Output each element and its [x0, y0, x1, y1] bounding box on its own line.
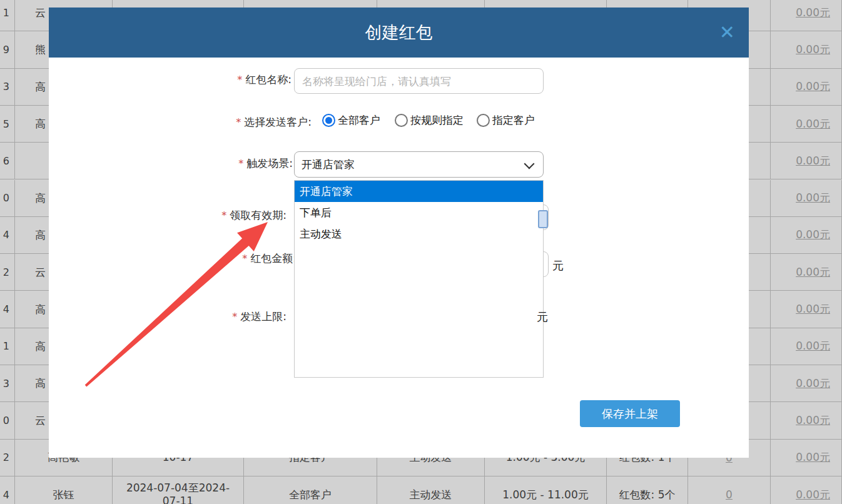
send-customer-radio-group: 全部客户按规则指定指定客户 [322, 113, 535, 128]
trigger-type-cell: 主动发送 [377, 476, 485, 504]
trigger-scene-dropdown-panel: 开通店管家下单后主动发送 [294, 180, 544, 378]
redpacket-name-input[interactable] [294, 68, 544, 94]
customer-name-cell: 张钰 [15, 476, 113, 504]
total-amount-link[interactable]: 0.00元 [771, 440, 842, 476]
field-label-name: *红包名称: [49, 73, 292, 87]
send-customer-radio-label[interactable]: 全部客户 [338, 113, 380, 128]
total-amount-link[interactable]: 0.00元 [771, 69, 842, 105]
row-id-cell: 5 [0, 106, 15, 142]
row-id-cell: 6 [0, 143, 15, 179]
total-amount-link[interactable]: 0.00元 [771, 365, 842, 401]
total-amount-link[interactable]: 0.00元 [771, 31, 842, 68]
required-asterisk: * [236, 116, 241, 128]
row-id-cell: 4 [0, 476, 15, 504]
field-label-amount: *红包金额: [49, 251, 297, 266]
amount-range-cell: 1.00元 - 11.00元 [485, 476, 607, 504]
row-id-cell: 3 [0, 365, 15, 401]
total-amount-link[interactable]: 0.00元 [771, 0, 842, 31]
total-amount-link[interactable]: 0.00元 [771, 143, 842, 179]
dropdown-option[interactable]: 开通店管家 [295, 181, 543, 202]
required-asterisk: * [242, 253, 247, 265]
send-customer-cell: 全部客户 [244, 476, 377, 504]
modal-title: 创建红包 [49, 8, 749, 58]
trigger-scene-select[interactable]: 开通店管家 [294, 151, 544, 178]
total-amount-link[interactable]: 0.00元 [771, 476, 842, 504]
dropdown-option[interactable]: 主动发送 [295, 223, 543, 244]
close-icon[interactable]: ✕ [719, 21, 735, 44]
row-id-cell: 9 [0, 31, 15, 68]
row-id-cell: 0 [0, 180, 15, 216]
row-id-cell: 1 [0, 0, 15, 31]
required-asterisk: * [232, 311, 237, 323]
row-id-cell: 1 [0, 328, 15, 365]
table-row: 4张钰2024-07-04至2024-07-11全部客户主动发送1.00元 - … [0, 476, 842, 504]
date-range-cell: 2024-07-04至2024-07-11 [113, 476, 244, 504]
field-label-validity: *领取有效期: [49, 208, 287, 223]
received-count-link[interactable]: 0 [688, 476, 771, 504]
send-customer-radio-label[interactable]: 按规则指定 [410, 113, 464, 128]
total-amount-link[interactable]: 0.00元 [771, 291, 842, 327]
required-asterisk: * [238, 158, 243, 169]
row-id-cell: 2 [0, 254, 15, 290]
field-label-trigger: *触发场景: [49, 156, 293, 171]
field-label-limit: *发送上限: [49, 310, 287, 324]
amount-unit-suffix: 元 [552, 258, 564, 273]
row-id-cell: 4 [0, 217, 15, 253]
dropdown-option[interactable]: 下单后 [295, 202, 543, 223]
total-amount-link[interactable]: 0.00元 [771, 106, 842, 142]
row-id-cell: 3 [0, 69, 15, 105]
required-asterisk: * [221, 209, 226, 221]
total-amount-link[interactable]: 0.00元 [771, 217, 842, 253]
row-id-cell: 2 [0, 440, 15, 476]
modal-header: 创建红包 ✕ [49, 8, 749, 58]
total-amount-link[interactable]: 0.00元 [771, 180, 842, 216]
limit-unit-suffix: 元 [537, 310, 548, 325]
trigger-scene-selected-value: 开通店管家 [295, 152, 543, 177]
field-label-customer: *选择发送客户: [49, 115, 312, 129]
send-customer-radio-2[interactable] [477, 114, 490, 127]
total-amount-link[interactable]: 0.00元 [771, 402, 842, 438]
send-customer-radio-1[interactable] [395, 114, 408, 127]
send-customer-radio-label[interactable]: 指定客户 [492, 113, 535, 128]
create-redpacket-modal: 创建红包 ✕ *红包名称: *选择发送客户: 全部客户按规则指定指定客户 *触发… [49, 8, 749, 458]
save-and-publish-button[interactable]: 保存并上架 [580, 400, 680, 427]
total-amount-link[interactable]: 0.00元 [771, 328, 842, 365]
row-id-cell: 4 [0, 291, 15, 327]
calendar-icon[interactable] [538, 210, 548, 228]
row-id-cell: 0 [0, 402, 15, 438]
send-customer-radio-0[interactable] [322, 114, 335, 127]
total-amount-link[interactable]: 0.00元 [771, 254, 842, 290]
redpacket-count-cell: 红包数: 5个 [607, 476, 688, 504]
required-asterisk: * [237, 74, 242, 86]
